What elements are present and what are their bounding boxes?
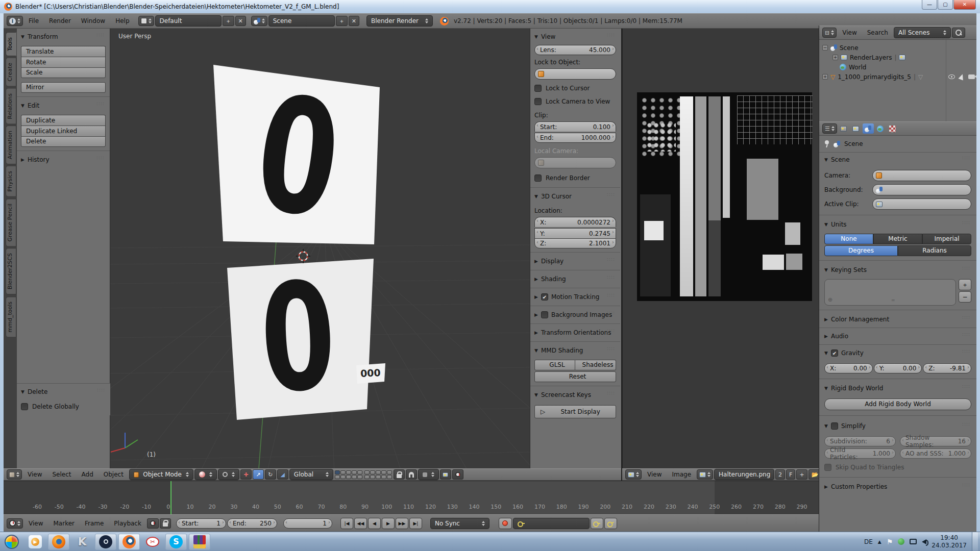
taskbar-snipping-tool-icon[interactable]: ✂ (142, 534, 163, 550)
scene-delete-button[interactable]: ✕ (349, 16, 359, 26)
gravity-y-field[interactable]: Y:0.00 (874, 363, 922, 373)
keying-sets-list[interactable]: ⊕ ＝ (824, 279, 956, 306)
taskbar-keepass-icon[interactable]: K (71, 534, 93, 550)
toolshelf-tab-grease-pencil[interactable]: Grease Pencil (6, 198, 16, 246)
context-tab-world[interactable] (875, 123, 886, 134)
taskbar-winrar-icon[interactable] (189, 534, 210, 550)
toolshelf-tab-mmd-tools[interactable]: mmd_tools (6, 296, 16, 337)
panel-header-display[interactable]: ▶Display (534, 256, 616, 266)
menu-help[interactable]: Help (111, 15, 134, 27)
expand-plus-icon[interactable]: + (822, 74, 828, 80)
menu-view[interactable]: View (23, 469, 46, 480)
menu-image[interactable]: Image (667, 469, 696, 480)
image-name-field[interactable]: Halterungen.png (714, 469, 774, 480)
current-frame-field[interactable]: 1 (283, 518, 332, 529)
translate-manipulator[interactable]: ↗ (253, 469, 264, 480)
panel-header-units[interactable]: ▼Units (824, 219, 971, 230)
context-tab-texture[interactable] (887, 123, 898, 134)
panel-header-rigid-body-world[interactable]: ▼Rigid Body World (824, 383, 971, 393)
scene-selector-icon[interactable] (251, 16, 267, 26)
lock-to-cursor-checkbox[interactable] (534, 85, 542, 92)
layer-toggle[interactable] (352, 475, 357, 479)
shadeless-button[interactable]: Shadeless (575, 360, 616, 370)
mode-selector[interactable]: Object Mode (129, 469, 193, 480)
simplify-checkbox[interactable] (831, 422, 838, 430)
layout-delete-button[interactable]: ✕ (235, 16, 246, 26)
render-border-checkbox[interactable] (534, 174, 542, 182)
taskbar-skype-icon[interactable]: S (165, 534, 187, 550)
tray-expand-icon[interactable]: ▲ (878, 539, 881, 544)
toolshelf-tab-blender2scs[interactable]: Blender2SCS (6, 248, 16, 294)
rotate-button[interactable]: Rotate (21, 57, 106, 67)
glsl-button[interactable]: GLSL (534, 360, 575, 370)
renderability-camera-icon[interactable] (968, 74, 975, 79)
scene-lock-toggle[interactable] (394, 469, 405, 480)
render-engine-selector[interactable]: Blender Render (366, 15, 433, 27)
manipulator-toggle[interactable]: ✚ (240, 469, 252, 480)
editor-type-outliner-icon[interactable]: ⊟ (822, 28, 837, 38)
action-center-flag-icon[interactable]: ⚑ (887, 538, 893, 546)
units-none-button[interactable]: None (824, 234, 873, 244)
lock-to-object-field[interactable] (534, 68, 616, 80)
panel-header-keying-sets[interactable]: ▼Keying Sets (824, 265, 971, 275)
menu-view[interactable]: View (838, 27, 861, 38)
clock[interactable]: 19:40 24.03.2017 (932, 534, 967, 549)
menu-file[interactable]: File (24, 15, 43, 27)
panel-header-history[interactable]: ▶ History (21, 155, 106, 165)
pivot-selector[interactable] (218, 469, 239, 480)
menu-add[interactable]: Add (77, 469, 98, 480)
child-particles-field[interactable]: Child Particles:1.000 (824, 448, 896, 459)
close-button[interactable]: ✕ (953, 0, 976, 10)
panel-header-gravity[interactable]: ▼✔Gravity (824, 348, 971, 358)
layer-toggle[interactable] (364, 475, 370, 479)
clip-end-field[interactable]: End: 1000.000 (534, 133, 616, 143)
menu-view[interactable]: View (643, 469, 666, 480)
delete-button[interactable]: Delete (21, 136, 106, 147)
layout-add-button[interactable]: ＋ (223, 16, 234, 26)
scale-manipulator[interactable]: ◢ (277, 469, 288, 480)
units-imperial-button[interactable]: Imperial (922, 234, 971, 244)
reset-button[interactable]: Reset (534, 371, 616, 382)
context-tab-render-layers[interactable] (850, 123, 862, 134)
taskbar-firefox-icon[interactable] (48, 534, 69, 550)
menu-frame[interactable]: Frame (80, 518, 108, 529)
keying-set-add-button[interactable]: ＋ (959, 279, 971, 290)
previous-keyframe-button[interactable]: ◀◀ (354, 518, 367, 529)
operator-panel-header[interactable]: ▼ Delete (21, 387, 106, 397)
layer-toggle[interactable] (387, 470, 392, 474)
editor-type-info-icon[interactable]: i (7, 16, 23, 26)
menu-render[interactable]: Render (44, 15, 76, 27)
cursor-z-field[interactable]: Z: 2.1001 (534, 238, 616, 248)
render-opengl-anim-button[interactable] (452, 469, 463, 480)
local-camera-field[interactable] (534, 157, 616, 168)
subdivision-field[interactable]: Subdivision:6 (824, 436, 896, 446)
clip-start-field[interactable]: Start: 0.100 (534, 121, 616, 132)
taskbar-blender-icon[interactable] (118, 534, 140, 550)
duplicate-linked-button[interactable]: Duplicate Linked (21, 126, 106, 136)
units-degrees-button[interactable]: Degrees (824, 245, 898, 256)
menu-select[interactable]: Select (47, 469, 76, 480)
layer-toggle[interactable] (381, 470, 386, 474)
editor-type-image-icon[interactable] (625, 469, 642, 480)
panel-header-3d-cursor[interactable]: ▼ 3D Cursor (534, 191, 616, 202)
lock-camera-checkbox[interactable] (534, 98, 542, 105)
new-image-button[interactable]: + (796, 469, 807, 480)
background-field[interactable] (872, 184, 971, 195)
outliner-item-scene[interactable]: − Scene (819, 43, 976, 53)
panel-header-motion-tracking[interactable]: ▶✔Motion Tracking (534, 292, 616, 302)
selectability-arrow-icon[interactable] (958, 73, 965, 81)
panel-header-screencast-keys[interactable]: ▼Screencast Keys (534, 390, 616, 400)
add-icon[interactable]: ⊕ (828, 296, 832, 303)
layer-toggle[interactable] (346, 475, 351, 479)
panel-header-custom-properties[interactable]: ▶Custom Properties (824, 482, 971, 492)
expand-plus-icon[interactable]: + (832, 55, 838, 60)
viewport-shading-selector[interactable] (194, 469, 217, 480)
layer-toggle[interactable] (335, 475, 340, 479)
viewport-3d[interactable]: 0 0 000 (110, 29, 530, 468)
units-metric-button[interactable]: Metric (873, 234, 922, 244)
open-image-button[interactable]: 📂 (808, 469, 819, 480)
uv-image-editor[interactable] (622, 29, 819, 468)
language-indicator[interactable]: DE (864, 538, 873, 545)
jump-to-start-button[interactable]: |◀ (340, 518, 353, 529)
frame-end-field[interactable]: End: 250 (227, 518, 277, 529)
